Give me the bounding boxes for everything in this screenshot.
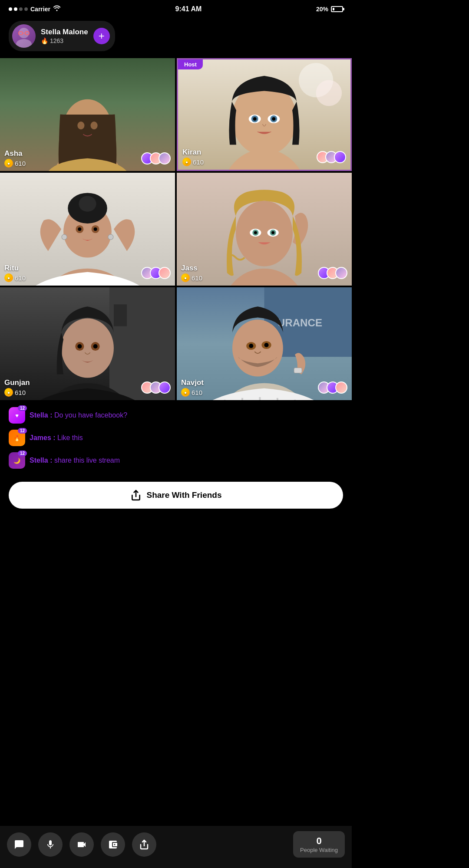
battery-fill <box>333 8 334 10</box>
add-button[interactable]: + <box>93 28 110 44</box>
cell-name-navjot: Navjot <box>181 378 204 387</box>
svg-point-48 <box>77 344 82 349</box>
people-waiting-container: 0 People Waiting <box>293 831 345 858</box>
badge-icon-fire: 🔥 <box>13 435 20 441</box>
svg-point-29 <box>94 227 97 231</box>
video-cell-kiran[interactable]: Host Kiran ● 610 <box>177 58 352 171</box>
video-cell-jass[interactable]: Jass ● 610 <box>177 173 352 286</box>
chat-badge-3: 🌙 12 <box>9 452 25 469</box>
wallet-button[interactable] <box>101 832 125 857</box>
share-with-friends-button[interactable]: Share With Friends <box>9 482 343 509</box>
cell-name-ritu: Ritu <box>4 264 26 273</box>
cell-name-jass: Jass <box>181 264 202 273</box>
chat-content-2: Like this <box>57 434 83 441</box>
share-button-nav[interactable] <box>132 832 156 857</box>
svg-point-31 <box>108 234 113 240</box>
wallet-icon <box>108 839 118 850</box>
video-grid: Asha ● 610 <box>0 58 352 400</box>
svg-point-9 <box>91 122 98 129</box>
chat-content-1: Do you have facebook? <box>54 411 127 419</box>
cell-info-kiran: Kiran ● 610 <box>182 148 346 166</box>
share-section: Share With Friends <box>0 482 352 517</box>
svg-point-49 <box>93 344 98 349</box>
coin-icon-jass: ● <box>181 273 190 282</box>
svg-point-8 <box>77 122 84 129</box>
microphone-button[interactable] <box>38 832 63 857</box>
coin-icon-kiran: ● <box>182 158 191 166</box>
cell-name-kiran: Kiran <box>182 148 204 157</box>
svg-rect-64 <box>294 368 302 373</box>
cell-info-asha: Asha ● 610 <box>4 149 171 168</box>
people-waiting-label: People Waiting <box>300 847 338 853</box>
chat-badge-1: ♥ 12 <box>9 407 25 424</box>
score-value: 1263 <box>50 37 63 44</box>
svg-point-54 <box>232 320 283 377</box>
svg-point-12 <box>316 80 342 106</box>
cell-coins-ritu: ● 610 <box>4 273 26 282</box>
add-icon: + <box>99 30 105 42</box>
video-cell-navjot[interactable]: URANCE <box>177 287 352 400</box>
svg-point-57 <box>249 344 253 348</box>
chat-section: ♥ 12 Stella : Do you have facebook? 🔥 12… <box>0 400 352 482</box>
video-icon <box>76 839 87 850</box>
cell-name-gunjan: Gunjan <box>4 378 30 387</box>
mini-avatar-j3 <box>335 267 347 279</box>
svg-point-45 <box>61 319 114 378</box>
signal-dot-1 <box>9 7 12 11</box>
video-cell-gunjan[interactable]: Gunjan ● 610 <box>0 287 175 400</box>
host-badge: Host <box>178 59 203 69</box>
cell-coins-kiran: ● 610 <box>182 158 204 166</box>
badge-number-3: 12 <box>18 450 27 456</box>
video-cell-asha[interactable]: Asha ● 610 <box>0 58 175 171</box>
coin-icon-navjot: ● <box>181 388 190 397</box>
mini-avatar-3 <box>159 152 171 164</box>
video-cell-ritu[interactable]: Ritu ● 610 <box>0 173 175 286</box>
cell-name-asha: Asha <box>4 149 26 158</box>
chat-button[interactable] <box>7 832 31 857</box>
cell-avatars-gunjan <box>141 381 171 394</box>
share-button-label: Share With Friends <box>147 490 222 500</box>
people-waiting-count: 0 <box>300 835 338 847</box>
cell-avatars-asha <box>141 152 171 164</box>
status-left: Carrier <box>9 5 61 13</box>
cell-avatars-navjot <box>318 381 347 394</box>
chat-icon <box>14 839 24 850</box>
video-button[interactable] <box>69 832 94 857</box>
svg-rect-43 <box>114 304 127 326</box>
cell-avatars-jass <box>318 267 347 279</box>
carrier-label: Carrier <box>30 6 50 13</box>
status-right: 20% <box>316 6 343 13</box>
chat-text-2: James : Like this <box>30 434 83 442</box>
coin-value-ritu: 610 <box>15 274 26 282</box>
cell-info-ritu: Ritu ● 610 <box>4 264 171 282</box>
svg-point-20 <box>272 117 275 121</box>
chat-user-3: Stella : <box>30 457 54 464</box>
cell-avatars-kiran <box>317 151 346 163</box>
share-icon-nav <box>139 839 149 850</box>
svg-point-34 <box>236 201 293 266</box>
chat-text-1: Stella : Do you have facebook? <box>30 411 127 419</box>
svg-point-1 <box>16 39 32 48</box>
cell-avatars-ritu <box>141 267 171 279</box>
svg-point-58 <box>264 343 269 347</box>
chat-message-3: 🌙 12 Stella : share this live stream <box>9 452 343 469</box>
user-name: Stella Malone <box>41 28 88 36</box>
signal-dot-3 <box>19 7 23 11</box>
badge-number-1: 12 <box>18 405 27 411</box>
signal-strength <box>9 7 28 11</box>
badge-number-2: 12 <box>18 428 27 434</box>
user-score: 🔥 1263 <box>41 37 88 44</box>
flame-icon: 🔥 <box>41 37 48 44</box>
cell-coins-jass: ● 610 <box>181 273 202 282</box>
chat-message-2: 🔥 12 James : Like this <box>9 430 343 446</box>
signal-dot-4 <box>24 7 28 11</box>
svg-text:URANCE: URANCE <box>277 317 322 329</box>
coin-value: 610 <box>15 160 26 167</box>
share-icon <box>130 490 142 501</box>
chat-badge-2: 🔥 12 <box>9 430 25 446</box>
mini-avatar-g3 <box>159 381 171 394</box>
user-info: Stella Malone 🔥 1263 <box>41 28 88 44</box>
chat-message-1: ♥ 12 Stella : Do you have facebook? <box>9 407 343 424</box>
chat-content-3: share this live stream <box>54 457 120 464</box>
svg-point-39 <box>254 231 257 234</box>
